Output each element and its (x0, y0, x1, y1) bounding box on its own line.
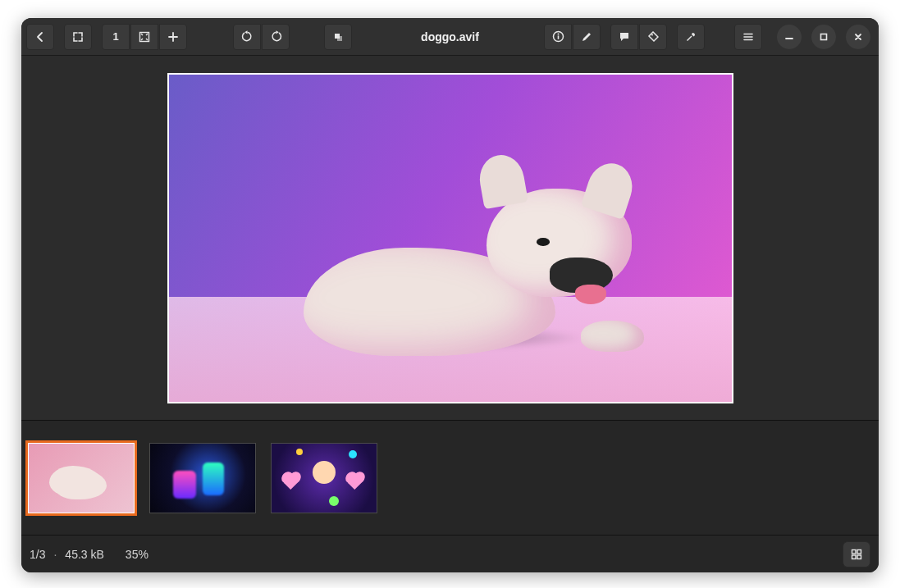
thumbnail-strip (21, 420, 879, 535)
comment-button[interactable] (610, 24, 638, 50)
rotate-ccw-icon (241, 30, 254, 43)
status-position: 1/3 (30, 548, 45, 561)
fullscreen-button[interactable] (64, 24, 92, 50)
rotate-cw-icon (270, 30, 282, 43)
status-zoom: 35% (126, 548, 148, 561)
pencil-icon (581, 31, 592, 43)
chevron-left-icon (34, 31, 46, 43)
grid-view-button[interactable] (843, 541, 870, 567)
zoom-actual-label: 1 (112, 30, 118, 43)
info-button[interactable] (544, 24, 572, 50)
window-controls (777, 25, 870, 49)
svg-rect-7 (821, 34, 827, 39)
svg-rect-9 (857, 549, 861, 554)
zoom-fit-button[interactable] (130, 24, 158, 50)
svg-rect-8 (852, 549, 857, 554)
edit-button[interactable] (573, 24, 601, 50)
rotate-ccw-button[interactable] (233, 24, 261, 50)
svg-rect-10 (852, 555, 857, 559)
close-button[interactable] (846, 25, 870, 49)
tools-button[interactable] (677, 24, 705, 50)
tag-button[interactable] (639, 24, 667, 50)
thumbnail-1[interactable] (28, 443, 135, 513)
main-image (167, 73, 733, 403)
headerbar: 1 doggo.avif (21, 18, 879, 56)
status-filesize: 45.3 kB (65, 548, 103, 561)
menu-button[interactable] (734, 24, 762, 50)
tag-icon (647, 31, 659, 43)
fullscreen-icon (72, 31, 84, 43)
wrench-icon (685, 31, 697, 43)
crop-icon (332, 31, 344, 43)
svg-point-4 (557, 34, 559, 35)
plus-icon (167, 31, 179, 43)
zoom-actual-button[interactable]: 1 (102, 24, 130, 50)
comment-icon (619, 31, 630, 43)
hamburger-icon (742, 31, 754, 43)
maximize-button[interactable] (811, 25, 836, 49)
grid-icon (851, 549, 862, 560)
separator: · (53, 548, 57, 561)
zoom-in-button[interactable] (159, 24, 187, 50)
rotate-cw-button[interactable] (262, 24, 290, 50)
statusbar: 1/3 · 45.3 kB 35% (21, 535, 879, 572)
info-icon (552, 30, 564, 43)
fit-window-icon (139, 31, 150, 43)
maximize-icon (819, 32, 829, 42)
back-button[interactable] (26, 24, 54, 50)
svg-point-6 (651, 34, 653, 35)
crop-button[interactable] (324, 24, 352, 50)
image-viewport[interactable] (21, 56, 879, 420)
svg-rect-5 (557, 35, 559, 39)
minimize-button[interactable] (777, 25, 802, 49)
close-icon (853, 32, 863, 42)
svg-rect-2 (337, 36, 342, 41)
thumbnail-3[interactable] (271, 443, 377, 513)
minimize-icon (784, 32, 794, 42)
image-viewer-window: 1 doggo.avif (21, 18, 879, 572)
thumbnail-2[interactable] (149, 443, 256, 513)
svg-rect-11 (857, 555, 861, 559)
